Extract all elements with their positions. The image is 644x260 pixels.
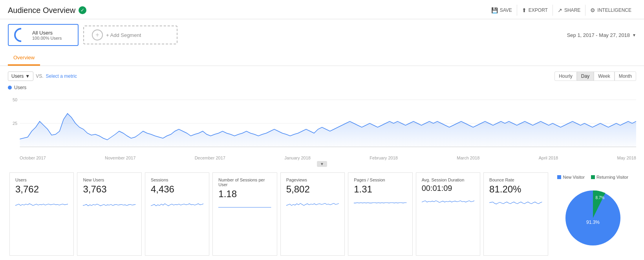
metric-card-pages-per-session: Pages / Session 1.31 [348, 172, 412, 256]
x-label-feb: February 2018 [370, 156, 398, 160]
x-label-jan: January 2018 [284, 156, 311, 160]
verified-icon: ✓ [79, 6, 86, 14]
intelligence-icon: ⚙ [590, 7, 595, 13]
sparkline-sessions [151, 197, 203, 208]
scroll-down-button[interactable]: ▼ [317, 161, 327, 167]
chart-x-labels: October 2017 November 2017 December 2017… [8, 155, 636, 160]
x-label-mar: March 2018 [457, 156, 479, 160]
sparkline-users [15, 197, 68, 208]
export-button[interactable]: ⬆ EXPORT [517, 5, 553, 16]
sparkline-pages-per-session [354, 197, 406, 208]
users-legend-label: Users [14, 85, 26, 90]
week-button[interactable]: Week [594, 71, 614, 81]
add-circle-icon: + [92, 29, 103, 40]
sparkline-bounce-rate [489, 197, 542, 208]
new-visitor-legend: New Visitor [557, 175, 584, 179]
all-users-segment[interactable]: All Users 100.00% Users [8, 24, 79, 46]
bottom-content: Users 3,762 New Users 3,763 Sessio [0, 167, 644, 260]
metrics-grid: Users 3,762 New Users 3,763 Sessio [8, 171, 549, 257]
top-actions: 💾 SAVE ⬆ EXPORT ↗ SHARE ⚙ INTELLIGENCE [487, 5, 636, 16]
page-title: Audience Overview ✓ [8, 6, 86, 15]
pie-legend: New Visitor Returning Visitor [557, 175, 628, 179]
tab-overview[interactable]: Overview [8, 51, 40, 66]
x-label-nov: November 2017 [105, 156, 135, 160]
svg-text:91.3%: 91.3% [586, 220, 600, 225]
sparkline-new-users [83, 197, 135, 208]
metric-card-users: Users 3,762 [9, 172, 74, 256]
svg-text:50: 50 [13, 97, 17, 102]
segment-info: All Users 100.00% Users [32, 30, 62, 40]
pie-chart-svg: 91.3% 8.7% [558, 183, 628, 253]
pie-chart-section: New Visitor Returning Visitor 91.3% 8.7% [549, 171, 636, 257]
svg-text:25: 25 [13, 121, 17, 126]
sparkline-avg-session [422, 195, 474, 206]
hourly-button[interactable]: Hourly [554, 71, 577, 81]
add-segment-button[interactable]: + + Add Segment [83, 26, 177, 44]
date-range-picker[interactable]: Sep 1, 2017 - May 27, 2018 ▼ [567, 32, 636, 38]
chart-scroll-area: ▼ [8, 161, 636, 167]
svg-text:8.7%: 8.7% [595, 196, 604, 200]
vs-label: VS. [36, 73, 43, 79]
date-range-label: Sep 1, 2017 - May 27, 2018 [567, 32, 630, 38]
title-text: Audience Overview [8, 6, 75, 15]
x-label-may: May 2018 [617, 156, 636, 160]
new-visitor-dot [557, 175, 561, 179]
tab-bar: Overview [0, 51, 644, 66]
select-metric-link[interactable]: Select a metric [46, 73, 77, 79]
metric-card-pageviews: Pageviews 5,802 [280, 172, 345, 256]
line-chart: 50 25 [8, 92, 636, 155]
metric-card-sessions: Sessions 4,436 [145, 172, 209, 256]
save-button[interactable]: 💾 SAVE [487, 5, 517, 16]
metric-dropdown[interactable]: Users ▼ [8, 71, 33, 81]
metric-card-avg-session: Avg. Session Duration 00:01:09 [416, 172, 480, 256]
metric-card-sessions-per-user: Number of Sessions per User 1.18 [212, 172, 277, 256]
export-icon: ⬆ [522, 7, 527, 13]
day-button[interactable]: Day [577, 71, 594, 81]
sparkline-pageviews [286, 197, 339, 208]
intelligence-button[interactable]: ⚙ INTELLIGENCE [585, 5, 636, 16]
time-buttons: Hourly Day Week Month [554, 71, 636, 81]
segment-donut [11, 25, 31, 45]
metric-selector: Users ▼ VS. Select a metric [8, 71, 77, 81]
month-button[interactable]: Month [615, 71, 636, 81]
chart-section: Users ▼ VS. Select a metric Hourly Day W… [0, 66, 644, 167]
users-legend-dot [8, 86, 12, 90]
returning-visitor-dot [591, 175, 595, 179]
chart-svg: 50 25 [8, 92, 636, 155]
dropdown-arrow-icon: ▼ [25, 73, 30, 79]
metric-card-new-users: New Users 3,763 [77, 172, 141, 256]
metric-card-bounce-rate: Bounce Rate 81.20% [483, 172, 548, 256]
chart-legend: Users [8, 85, 636, 90]
save-icon: 💾 [491, 7, 498, 13]
segments-bar: All Users 100.00% Users + + Add Segment … [0, 19, 644, 51]
share-button[interactable]: ↗ SHARE [553, 5, 585, 16]
top-bar: Audience Overview ✓ 💾 SAVE ⬆ EXPORT ↗ SH… [0, 0, 644, 19]
x-label-oct: October 2017 [20, 156, 46, 160]
caret-down-icon: ▼ [632, 33, 636, 37]
returning-visitor-legend: Returning Visitor [591, 175, 628, 179]
share-icon: ↗ [558, 7, 562, 13]
x-label-dec: December 2017 [195, 156, 225, 160]
sparkline-sessions-per-user [218, 202, 271, 213]
chart-controls: Users ▼ VS. Select a metric Hourly Day W… [8, 71, 636, 81]
x-label-apr: April 2018 [539, 156, 558, 160]
